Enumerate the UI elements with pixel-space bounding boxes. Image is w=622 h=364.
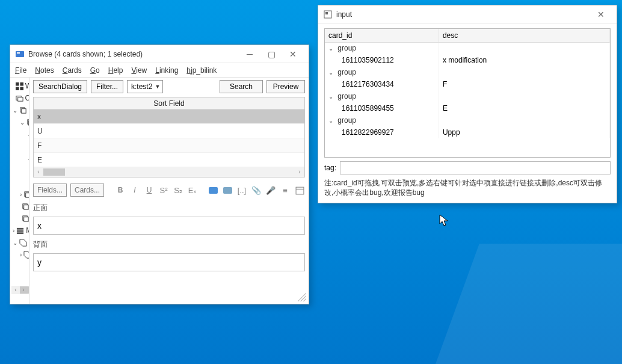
grid-group[interactable]: ⌄ group	[325, 114, 610, 126]
sidebar[interactable]: Whole Current ⌄Decks ⌄0空 ⌄ ⌄ ›test test2…	[10, 78, 29, 304]
close-button[interactable]: ✕	[590, 7, 612, 22]
filter-button[interactable]: Filter...	[91, 80, 123, 93]
search-button[interactable]: Search	[220, 80, 263, 93]
superscript-icon[interactable]: S²	[158, 185, 169, 196]
tree-sub3[interactable]: ⌄	[13, 152, 29, 164]
menu-linking[interactable]: Linking	[155, 66, 178, 75]
sidebar-hscroll[interactable]: ‹›	[11, 286, 28, 294]
tree-test2[interactable]: test2	[13, 200, 29, 212]
tree-sub1[interactable]: ⌄	[13, 128, 29, 140]
svg-rect-23	[26, 193, 29, 197]
tree-tags[interactable]: ⌄Tags	[13, 236, 29, 248]
svg-rect-5	[20, 87, 23, 90]
minimize-button[interactable]: ─	[239, 47, 260, 61]
tree-current[interactable]: Current	[13, 92, 29, 104]
deck-dropdown-value: k:test2	[131, 82, 152, 91]
front-input[interactable]	[33, 217, 305, 235]
cards-button[interactable]: Cards...	[70, 184, 104, 197]
browse-titlebar[interactable]: Browse (4 cards shown; 1 selected) ─ ▢ ✕	[10, 45, 309, 63]
back-input[interactable]	[33, 253, 305, 271]
table-row[interactable]: U	[34, 124, 304, 138]
menu-bar: File Notes Cards Go Help View Linking hj…	[10, 63, 309, 78]
calendar-icon[interactable]	[294, 185, 305, 196]
cloze-icon[interactable]: [..]	[236, 185, 247, 196]
main-panel: SearchDialog Filter... k:test2▼ Search P…	[29, 78, 309, 304]
color-icon[interactable]	[208, 185, 218, 196]
svg-rect-0	[16, 51, 24, 57]
input-title: input	[336, 10, 590, 19]
subscript-icon[interactable]: S₂	[173, 185, 183, 196]
table-row[interactable]: x	[34, 110, 304, 124]
more-icon[interactable]: ≡	[280, 185, 291, 196]
front-label: 正面	[33, 203, 305, 213]
grid-row[interactable]: 1611035902112x modification	[325, 54, 610, 66]
tree-models[interactable]: ›Models	[13, 224, 29, 236]
table-row[interactable]: E	[34, 153, 304, 167]
svg-rect-4	[16, 87, 19, 90]
table-hscroll[interactable]: ‹›	[34, 167, 304, 177]
svg-rect-28	[17, 227, 23, 229]
input-titlebar[interactable]: input ✕	[318, 5, 617, 23]
grid-group[interactable]: ⌄ group	[325, 42, 610, 54]
underline-icon[interactable]: U	[144, 185, 155, 196]
svg-rect-29	[17, 230, 23, 232]
tree-decks[interactable]: ⌄Decks	[13, 104, 29, 116]
menu-help[interactable]: Help	[108, 66, 123, 75]
input-window-buttons: ✕	[590, 7, 612, 22]
col-desc[interactable]: desc	[439, 29, 609, 42]
clear-format-icon[interactable]: Eₓ	[187, 185, 198, 196]
preview-button[interactable]: Preview	[266, 80, 305, 93]
svg-rect-25	[24, 205, 28, 209]
search-dialog-button[interactable]: SearchDialog	[33, 80, 87, 93]
input-content: card_id desc ⌄ group1611035902112x modif…	[318, 23, 617, 203]
menu-notes[interactable]: Notes	[35, 66, 54, 75]
tree-whole[interactable]: Whole	[13, 80, 29, 92]
record-icon[interactable]: 🎤	[265, 185, 276, 196]
tag-row: tag:	[324, 161, 611, 174]
close-button[interactable]: ✕	[282, 47, 304, 61]
tree-sub5[interactable]	[13, 176, 29, 188]
browse-window: Browse (4 cards shown; 1 selected) ─ ▢ ✕…	[10, 45, 309, 304]
svg-rect-31	[296, 187, 304, 194]
svg-rect-30	[17, 232, 23, 234]
back-label: 背面	[33, 239, 305, 250]
attach-icon[interactable]: 📎	[251, 185, 262, 196]
highlight-icon[interactable]	[222, 185, 233, 196]
bold-icon[interactable]: B	[115, 185, 126, 196]
menu-go[interactable]: Go	[90, 66, 100, 75]
editor-toolbar: Fields... Cards... B I U S² S₂ Eₓ [..] 📎…	[33, 182, 305, 198]
svg-rect-34	[325, 12, 328, 14]
tree-test[interactable]: ›test	[13, 188, 29, 200]
grid-row[interactable]: 1612822969927Uppp	[325, 126, 610, 138]
table-row[interactable]: F	[34, 138, 304, 153]
grid-group[interactable]: ⌄ group	[325, 66, 610, 78]
menu-view[interactable]: View	[131, 66, 147, 75]
menu-file[interactable]: File	[15, 66, 26, 75]
italic-icon[interactable]: I	[129, 185, 140, 196]
app-icon	[15, 49, 25, 59]
tag-input[interactable]	[340, 161, 611, 174]
input-window: input ✕ card_id desc ⌄ group161103590211…	[318, 5, 617, 203]
input-grid[interactable]: card_id desc ⌄ group1611035902112x modif…	[324, 28, 611, 158]
resize-grip[interactable]	[298, 293, 306, 301]
grid-row[interactable]: 1611035899455E	[325, 102, 610, 114]
col-card-id[interactable]: card_id	[325, 29, 439, 42]
grid-group[interactable]: ⌄ group	[325, 90, 610, 102]
tree-ttt[interactable]: ttt	[13, 212, 29, 224]
toolbar: SearchDialog Filter... k:test2▼ Search P…	[33, 80, 305, 93]
tree-deck0[interactable]: ⌄0空	[13, 116, 29, 128]
menu-cards[interactable]: Cards	[63, 66, 82, 75]
maximize-button[interactable]: ▢	[260, 47, 282, 61]
tree-sub2[interactable]	[13, 140, 29, 152]
table-header[interactable]: Sort Field	[34, 97, 304, 110]
tree-tag-hjp[interactable]: ›hjp	[13, 248, 29, 261]
svg-rect-11	[29, 120, 29, 125]
tree-sub4[interactable]	[13, 164, 29, 176]
input-app-icon	[323, 10, 333, 19]
grid-row[interactable]: 1612176303434F	[325, 78, 610, 90]
chevron-down-icon: ▼	[155, 84, 160, 90]
deck-dropdown[interactable]: k:test2▼	[127, 80, 163, 93]
svg-rect-27	[24, 217, 28, 221]
menu-hjp[interactable]: hjp_bilink	[186, 66, 217, 75]
fields-button[interactable]: Fields...	[33, 184, 67, 197]
